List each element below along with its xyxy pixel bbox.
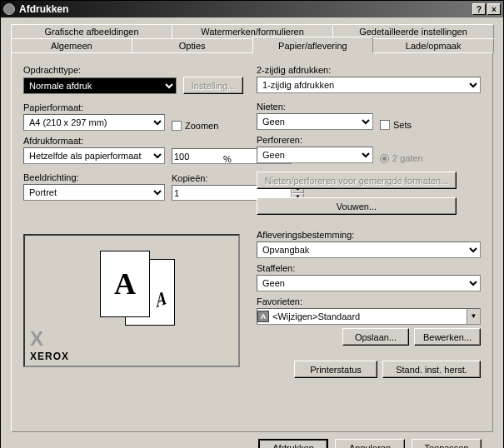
orientation-label: Beeldrichting: — [23, 172, 165, 182]
printer-status-button[interactable]: Printerstatus — [294, 361, 377, 378]
job-type-label: Opdrachttype: — [23, 65, 243, 75]
print-button[interactable]: Afdrukken — [258, 439, 328, 448]
help-button[interactable]: ? — [472, 3, 486, 15]
fold-button[interactable]: Vouwen... — [257, 197, 457, 215]
sets-checkbox[interactable]: Sets — [380, 120, 412, 130]
punch-select[interactable]: Geen — [257, 147, 373, 163]
tab-options[interactable]: Opties — [132, 38, 253, 53]
tab-tray-layout[interactable]: Lade/opmaak — [372, 38, 494, 53]
favorites-label: Favorieten: — [257, 296, 481, 306]
zoom-checkbox[interactable]: Zoomen — [172, 121, 218, 131]
close-button[interactable]: × — [487, 3, 501, 15]
staple-select[interactable]: Geen — [257, 113, 373, 130]
apply-button[interactable]: Toepassen — [412, 439, 482, 448]
job-type-select[interactable]: Normale afdruk — [23, 77, 177, 94]
collate-select[interactable]: Geen — [257, 275, 481, 291]
app-icon — [3, 3, 15, 15]
favorites-value: <Wijzigen>Standaard — [269, 311, 467, 321]
output-select[interactable]: Opvangbak — [257, 241, 481, 258]
preview-page-front: A — [100, 251, 150, 317]
punch-label: Perforeren: — [257, 135, 481, 145]
print-size-label: Afdrukformaat: — [23, 136, 243, 146]
settings-button: Instelling... — [183, 77, 243, 94]
window-title: Afdrukken — [19, 3, 471, 15]
preview-pane: A A X XEROX — [23, 234, 240, 367]
xerox-x-icon: X — [30, 327, 69, 351]
holes-label: 2 gaten — [392, 153, 423, 163]
staple-label: Nieten: — [257, 102, 481, 112]
holes-radio: 2 gaten — [380, 153, 423, 163]
brand-logo: X XEROX — [30, 327, 69, 362]
reset-defaults-button[interactable]: Stand. inst. herst. — [382, 361, 481, 378]
title-bar: Afdrukken ? × — [1, 1, 503, 17]
two-sided-label: 2-zijdig afdrukken: — [257, 65, 481, 75]
tab-graphics[interactable]: Grafische afbeeldingen — [11, 24, 172, 39]
two-sided-select[interactable]: 1-zijdig afdrukken — [257, 77, 481, 93]
save-favorite-button[interactable]: Opslaan... — [342, 328, 409, 346]
percent-label: % — [223, 154, 232, 164]
tab-panel: Opdrachttype: Normale afdruk Instelling.… — [11, 52, 493, 432]
paper-size-select[interactable]: A4 (210 x 297 mm) — [23, 114, 165, 131]
paper-size-label: Papierformaat: — [23, 102, 243, 112]
output-label: Afleveringsbestemming: — [257, 230, 481, 240]
print-size-select[interactable]: Hetzelfde als papierformaat — [23, 147, 165, 164]
tab-paper-output[interactable]: Papier/aflevering — [252, 37, 374, 53]
collate-label: Staffelen: — [257, 263, 481, 273]
cancel-button[interactable]: Annuleren — [335, 439, 405, 448]
favorite-icon: A — [257, 311, 269, 322]
tab-general[interactable]: Algemeen — [11, 38, 132, 53]
favorites-dropdown-button[interactable]: ▼ — [467, 309, 480, 324]
sets-label: Sets — [393, 120, 412, 130]
zoom-label: Zoomen — [185, 121, 218, 131]
mixed-staple-button: Nieten/perforeren voor gemengde formaten… — [257, 172, 457, 189]
edit-favorite-button[interactable]: Bewerken... — [414, 328, 481, 346]
orientation-select[interactable]: Portret — [23, 184, 165, 201]
